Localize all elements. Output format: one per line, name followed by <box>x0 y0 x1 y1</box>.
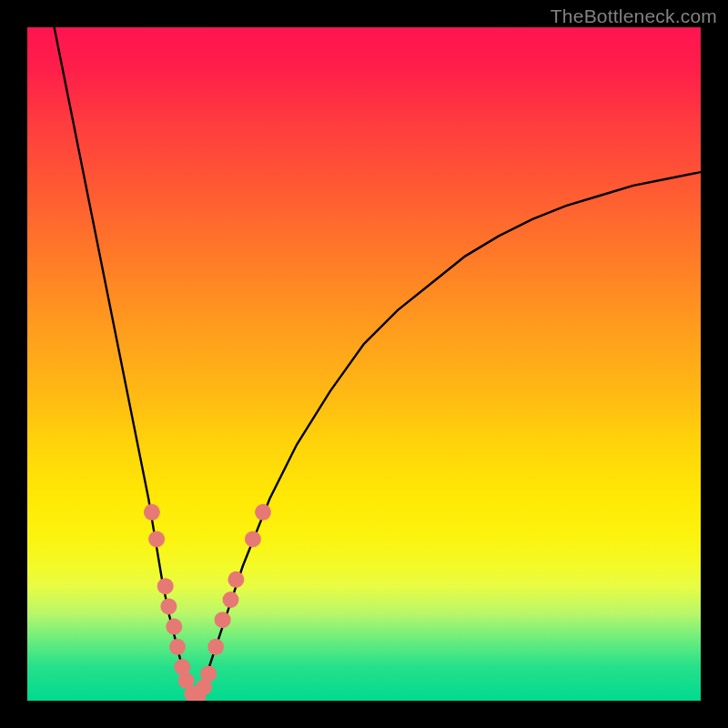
marker-dot <box>200 665 217 682</box>
marker-dot <box>166 619 182 635</box>
marker-dot <box>157 578 174 594</box>
marker-dot <box>160 598 177 614</box>
marker-dots <box>144 504 271 701</box>
watermark-text: TheBottleneck.com <box>551 5 717 27</box>
marker-dot <box>169 639 186 655</box>
curve-left-branch <box>55 27 196 701</box>
marker-dot <box>215 612 231 628</box>
marker-dot <box>228 571 244 588</box>
marker-dot <box>255 504 271 521</box>
marker-dot <box>144 504 160 521</box>
marker-dot <box>148 531 165 547</box>
chart-svg <box>27 27 701 701</box>
curve-layer <box>55 27 701 701</box>
outer-frame: TheBottleneck.com <box>0 0 728 728</box>
curve-right-branch <box>196 172 701 701</box>
marker-dot <box>223 592 239 608</box>
marker-dot <box>207 639 224 655</box>
marker-dot <box>245 531 261 547</box>
plot-area <box>27 27 701 701</box>
